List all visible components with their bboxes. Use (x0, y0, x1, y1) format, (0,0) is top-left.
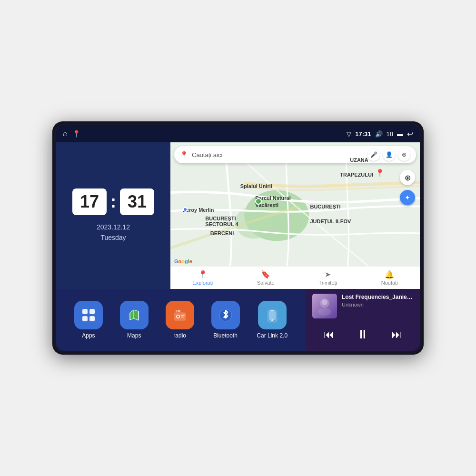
music-prev-btn[interactable]: ⏮ (320, 327, 338, 343)
map-widget[interactable]: 📍 Căutați aici 🎤 👤 ⊛ TRAPEZULUI BUCUREȘT… (170, 142, 420, 289)
maps-label: Maps (127, 332, 141, 339)
svg-rect-17 (270, 310, 274, 311)
apps-label: Apps (82, 332, 95, 339)
svg-rect-5 (82, 316, 88, 321)
map-nav-news[interactable]: 🔔 Noutăți (381, 270, 398, 286)
bluetooth-icon (211, 301, 240, 329)
map-pin-icon: 📍 (180, 151, 188, 159)
app-item-carlink[interactable]: Car Link 2.0 (257, 301, 288, 339)
clock-hours: 17 (72, 188, 107, 215)
apps-icon (74, 301, 103, 329)
clock-date: 2023.12.12 Tuesday (97, 222, 130, 243)
music-info: Lost Frequencies_Janieck Devy-... Unknow… (342, 294, 413, 307)
svg-rect-11 (181, 317, 184, 317)
bluetooth-label: Bluetooth (213, 332, 238, 339)
status-right-icons: ▽ 17:31 🔊 18 ▬ ↩ (347, 129, 413, 139)
svg-point-21 (318, 308, 331, 316)
carlink-icon (258, 301, 287, 329)
carlink-label: Car Link 2.0 (257, 332, 288, 339)
status-left-icons: ⌂ 📍 (63, 129, 80, 138)
bottom-row: Apps Maps (56, 289, 420, 351)
google-logo: Google (174, 258, 192, 264)
map-compass-btn[interactable]: ⊕ (400, 170, 415, 185)
saved-label: Salvate (257, 280, 275, 286)
radio-icon: FM (166, 301, 194, 329)
svg-rect-10 (181, 315, 185, 316)
svg-rect-15 (269, 311, 276, 320)
music-next-btn[interactable]: ⏭ (387, 327, 406, 343)
clock-minutes: 31 (120, 188, 154, 215)
maps-status-icon[interactable]: 📍 (72, 130, 80, 138)
map-location-pin: 📍 (375, 169, 385, 178)
svg-text:FM: FM (176, 309, 180, 313)
music-thumbnail (312, 294, 337, 318)
app-item-radio[interactable]: FM radio (166, 301, 194, 339)
clock-display: 17 : 31 (72, 188, 154, 215)
map-bottom-nav: 📍 Explorați 🔖 Salvate ➤ Trimiteți (170, 266, 420, 289)
map-nav-send[interactable]: ➤ Trimiteți (318, 270, 337, 286)
svg-point-20 (322, 299, 327, 305)
status-bar: ⌂ 📍 ▽ 17:31 🔊 18 ▬ ↩ (56, 125, 420, 142)
map-nav-saved[interactable]: 🔖 Salvate (257, 270, 275, 286)
map-search-bar[interactable]: 📍 Căutați aici 🎤 👤 ⊛ (174, 146, 416, 163)
car-display-device: ⌂ 📍 ▽ 17:31 🔊 18 ▬ ↩ 17 : (52, 121, 424, 355)
device-screen: ⌂ 📍 ▽ 17:31 🔊 18 ▬ ↩ 17 : (56, 125, 420, 351)
radio-label: radio (173, 332, 186, 339)
send-icon: ➤ (325, 270, 331, 279)
app-item-bluetooth[interactable]: Bluetooth (211, 301, 240, 339)
news-icon: 🔔 (385, 270, 394, 279)
apps-area: Apps Maps (56, 289, 306, 351)
map-background: 📍 Căutați aici 🎤 👤 ⊛ TRAPEZULUI BUCUREȘT… (170, 142, 420, 289)
map-my-location-btn[interactable]: ✦ (400, 190, 415, 205)
map-search-actions: 🎤 👤 ⊛ (367, 149, 410, 161)
explore-icon: 📍 (198, 270, 208, 279)
svg-rect-3 (82, 309, 88, 314)
svg-point-9 (177, 316, 179, 317)
top-row: 17 : 31 2023.12.12 Tuesday (56, 142, 420, 289)
volume-icon: 🔊 (375, 130, 383, 138)
app-item-apps[interactable]: Apps (74, 301, 103, 339)
music-top: Lost Frequencies_Janieck Devy-... Unknow… (312, 294, 413, 318)
music-artist: Unknown (342, 302, 413, 307)
battery-icon: ▬ (397, 130, 403, 138)
battery-level: 18 (387, 130, 393, 138)
maps-icon (120, 301, 149, 329)
signal-icon: ▽ (347, 130, 351, 138)
map-poi-leroy (183, 207, 188, 212)
svg-rect-6 (89, 316, 95, 321)
clock-widget: 17 : 31 2023.12.12 Tuesday (56, 142, 170, 289)
music-play-btn[interactable]: ⏸ (353, 325, 373, 344)
music-title: Lost Frequencies_Janieck Devy-... (342, 294, 413, 300)
back-icon[interactable]: ↩ (407, 129, 413, 139)
music-controls: ⏮ ⏸ ⏭ (312, 325, 413, 344)
svg-point-16 (271, 319, 273, 321)
clock-colon: : (110, 192, 116, 212)
main-content: 17 : 31 2023.12.12 Tuesday (56, 142, 420, 351)
music-player: Lost Frequencies_Janieck Devy-... Unknow… (306, 289, 420, 351)
voice-search-btn[interactable]: 🎤 (367, 149, 380, 161)
map-nav-explore[interactable]: 📍 Explorați (192, 270, 213, 286)
account-btn[interactable]: 👤 (383, 149, 395, 161)
saved-icon: 🔖 (261, 270, 270, 279)
svg-rect-4 (89, 309, 95, 314)
home-icon[interactable]: ⌂ (63, 129, 68, 138)
app-item-maps[interactable]: Maps (120, 301, 149, 339)
send-label: Trimiteți (318, 280, 337, 286)
explore-label: Explorați (192, 280, 213, 286)
news-label: Noutăți (381, 280, 398, 286)
layers-btn[interactable]: ⊛ (398, 149, 410, 161)
map-search-placeholder[interactable]: Căutați aici (192, 151, 364, 159)
status-time: 17:31 (355, 130, 371, 138)
